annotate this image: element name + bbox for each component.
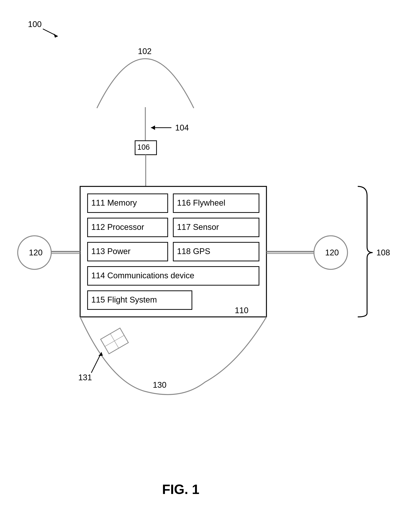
ref-131: 131: [78, 373, 92, 382]
ref-120-left: 120: [29, 248, 43, 257]
svg-marker-1: [54, 34, 58, 38]
ref-100: 100: [28, 20, 42, 29]
svg-marker-4: [151, 125, 155, 130]
fig-label: FIG. 1: [162, 482, 199, 497]
label-sensor: 117 Sensor: [177, 222, 219, 232]
label-memory: 111 Memory: [91, 198, 137, 207]
ref-106: 106: [137, 143, 150, 151]
ref-102: 102: [138, 47, 152, 56]
svg-marker-27: [98, 352, 103, 356]
ref-110: 110: [235, 306, 248, 315]
ref-130: 130: [153, 380, 166, 389]
label-power: 113 Power: [91, 247, 130, 256]
label-gps: 118 GPS: [177, 247, 210, 256]
ref-108: 108: [376, 248, 390, 257]
label-processor: 112 Processor: [91, 222, 144, 232]
label-communications: 114 Communications device: [91, 271, 194, 280]
label-flywheel: 116 Flywheel: [177, 198, 225, 207]
diagram-container: 100 102 104 106 110 111 Memory 116 Flywh…: [0, 0, 406, 532]
label-flight-system: 115 Flight System: [91, 295, 157, 304]
ref-120-right: 120: [325, 248, 339, 257]
ref-104: 104: [175, 123, 189, 132]
